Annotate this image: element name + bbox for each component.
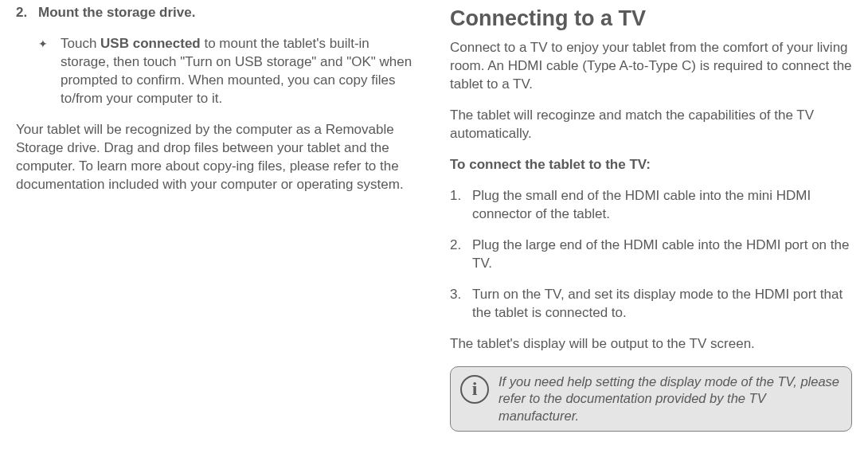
info-icon: i	[460, 375, 489, 404]
left-paragraph: Your tablet will be recognized by the co…	[16, 121, 418, 194]
numbered-step-2: 2. Mount the storage drive.	[16, 4, 418, 22]
info-box: i If you need help setting the display m…	[450, 366, 852, 432]
page: 2. Mount the storage drive. ✦ Touch USB …	[0, 0, 868, 436]
bullet-bold: USB connected	[100, 36, 201, 51]
step-item: 1. Plug the small end of the HDMI cable …	[450, 187, 852, 224]
left-column: 2. Mount the storage drive. ✦ Touch USB …	[8, 4, 418, 432]
bullet-item: ✦ Touch USB connected to mount the table…	[16, 35, 418, 108]
step-number: 2.	[450, 236, 472, 273]
ordered-steps: 1. Plug the small end of the HDMI cable …	[450, 187, 852, 322]
intro-paragraph: Connect to a TV to enjoy your tablet fro…	[450, 39, 852, 94]
step-text: Plug the small end of the HDMI cable int…	[472, 187, 852, 224]
info-text: If you need help setting the display mod…	[499, 373, 842, 424]
step-number: 3.	[450, 286, 472, 322]
step-number: 2.	[16, 4, 38, 22]
right-column: Connecting to a TV Connect to a TV to en…	[450, 4, 860, 432]
step-item: 3. Turn on the TV, and set its display m…	[450, 286, 852, 322]
bullet-prefix: Touch	[61, 36, 100, 51]
step-text: Turn on the TV, and set its display mode…	[472, 286, 852, 322]
bullet-text: Touch USB connected to mount the tablet'…	[61, 35, 418, 108]
step-title: Mount the storage drive.	[38, 4, 418, 22]
section-heading: Connecting to a TV	[450, 4, 852, 33]
step-number: 1.	[450, 187, 472, 224]
auto-paragraph: The tablet will recoginze and match the …	[450, 107, 852, 143]
subheading-bold: To connect the tablet to the TV:	[450, 156, 852, 174]
result-paragraph: The tablet's display will be output to t…	[450, 335, 852, 354]
step-item: 2. Plug the large end of the HDMI cable …	[450, 236, 852, 273]
star-bullet-icon: ✦	[38, 35, 61, 108]
step-text: Plug the large end of the HDMI cable int…	[472, 236, 852, 273]
